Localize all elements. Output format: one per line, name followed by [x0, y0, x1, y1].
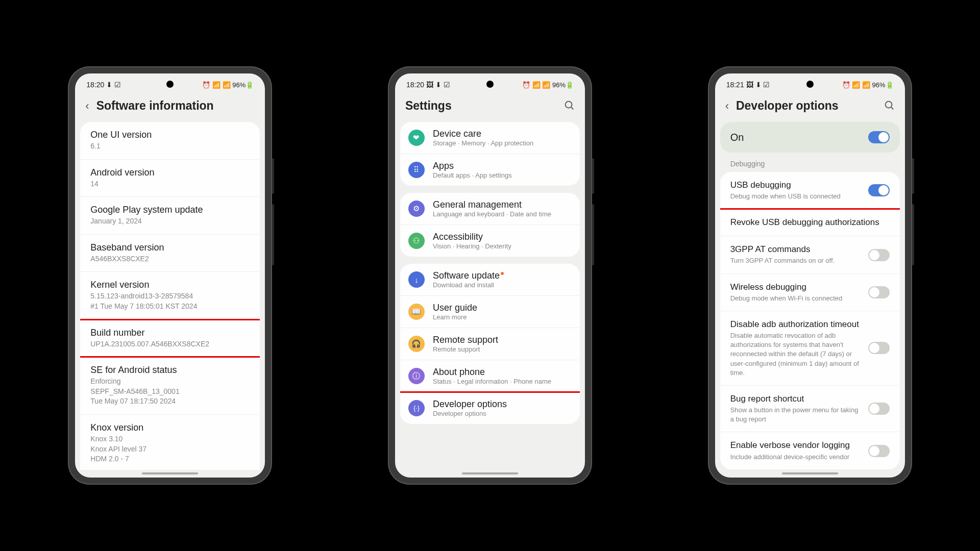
wireless-debugging-toggle[interactable]: [868, 286, 890, 298]
nav-handle[interactable]: [462, 472, 518, 474]
verbose-logging-toggle[interactable]: [868, 445, 890, 457]
nav-handle[interactable]: [142, 472, 198, 474]
phone-settings: 18:20 🖼 ⬇ ☑ ⏰ 📶 📶 96%🔋 Settings ❤ Device…: [388, 66, 592, 485]
software-update[interactable]: ↓ Software updateDownload and install: [400, 264, 580, 296]
3gpp-at-commands[interactable]: 3GPP AT commandsTurn 3GPP AT commands on…: [720, 236, 900, 273]
search-icon[interactable]: [564, 99, 575, 113]
remote-support-icon: 🎧: [408, 336, 425, 352]
camera-hole: [806, 81, 814, 88]
status-left-icons: 🖼 ⬇ ☑: [746, 81, 770, 89]
android-version[interactable]: Android version 14: [80, 160, 260, 197]
update-badge: [501, 272, 504, 275]
build-number[interactable]: Build number UP1A.231005.007.A546BXXS8CX…: [80, 320, 260, 358]
user-guide[interactable]: 📖 User guideLearn more: [400, 296, 580, 328]
svg-point-1: [885, 101, 892, 108]
status-left-icons: ⬇ ☑: [106, 81, 121, 89]
highlight-box: [80, 319, 260, 358]
settings-group-3: ↓ Software updateDownload and install 📖 …: [400, 264, 580, 424]
status-time: 18:20: [86, 81, 104, 89]
apps-icon: ⠿: [408, 162, 425, 178]
adb-timeout-toggle[interactable]: [868, 342, 890, 354]
about-phone-icon: ⓘ: [408, 368, 425, 384]
debugging-card: USB debuggingDebug mode when USB is conn…: [720, 172, 900, 469]
general-management[interactable]: ⚙ General managementLanguage and keyboar…: [400, 193, 580, 225]
header: Settings: [395, 92, 585, 122]
remote-support[interactable]: 🎧 Remote supportRemote support: [400, 328, 580, 360]
about-phone[interactable]: ⓘ About phoneStatus · Legal information …: [400, 360, 580, 392]
page-title: Settings: [405, 99, 556, 113]
status-time: 18:21: [726, 81, 744, 89]
page-title: Software information: [96, 99, 255, 113]
header: ‹ Software information: [75, 92, 265, 122]
se-android-status[interactable]: SE for Android status Enforcing SEPF_SM-…: [80, 357, 260, 415]
revoke-usb-auth[interactable]: Revoke USB debugging authorizations: [720, 209, 900, 236]
kernel-version[interactable]: Kernel version 5.15.123-android13-3-2857…: [80, 272, 260, 319]
usb-debugging-toggle[interactable]: [868, 184, 890, 196]
svg-point-0: [566, 101, 572, 108]
info-card: One UI version 6.1 Android version 14 Go…: [80, 122, 260, 470]
baseband-version[interactable]: Baseband version A546BXXS8CXE2: [80, 235, 260, 272]
section-debugging: Debugging: [720, 160, 900, 172]
3gpp-toggle[interactable]: [868, 249, 890, 261]
bug-report-shortcut[interactable]: Bug report shortcutShow a button in the …: [720, 386, 900, 432]
page-title: Developer options: [736, 99, 876, 113]
settings-group-2: ⚙ General managementLanguage and keyboar…: [400, 193, 580, 257]
software-update-icon: ↓: [408, 271, 425, 288]
developer-icon: {·}: [408, 400, 425, 416]
settings-group-1: ❤ Device careStorage · Memory · App prot…: [400, 122, 580, 186]
status-right-icons: ⏰ 📶 📶 96%🔋: [202, 81, 254, 89]
phone-developer-options: 18:21 🖼 ⬇ ☑ ⏰ 📶 📶 96%🔋 ‹ Developer optio…: [708, 66, 912, 485]
google-play-update[interactable]: Google Play system update January 1, 202…: [80, 197, 260, 235]
knox-version[interactable]: Knox version Knox 3.10 Knox API level 37…: [80, 415, 260, 470]
status-time: 18:20: [406, 81, 424, 89]
nav-handle[interactable]: [782, 472, 838, 474]
developer-options[interactable]: {·} Developer optionsDeveloper options: [400, 392, 580, 424]
status-right-icons: ⏰ 📶 📶 96%🔋: [522, 81, 574, 89]
disable-adb-timeout[interactable]: Disable adb authorization timeoutDisable…: [720, 311, 900, 386]
on-label: On: [730, 132, 744, 143]
usb-debugging[interactable]: USB debuggingDebug mode when USB is conn…: [720, 172, 900, 209]
apps[interactable]: ⠿ AppsDefault apps · App settings: [400, 154, 580, 186]
accessibility-icon: ⚇: [408, 233, 425, 249]
user-guide-icon: 📖: [408, 304, 425, 320]
wireless-debugging[interactable]: Wireless debuggingDebug mode when Wi-Fi …: [720, 274, 900, 311]
header: ‹ Developer options: [715, 92, 905, 122]
camera-hole: [486, 81, 494, 88]
bug-report-toggle[interactable]: [868, 403, 890, 415]
device-care[interactable]: ❤ Device careStorage · Memory · App prot…: [400, 122, 580, 154]
master-toggle-row[interactable]: On: [720, 122, 900, 153]
phone-software-info: 18:20 ⬇ ☑ ⏰ 📶 📶 96%🔋 ‹ Software informat…: [68, 66, 272, 485]
status-left-icons: 🖼 ⬇ ☑: [426, 81, 450, 89]
general-icon: ⚙: [408, 201, 425, 217]
accessibility[interactable]: ⚇ AccessibilityVision · Hearing · Dexter…: [400, 225, 580, 257]
device-care-icon: ❤: [408, 130, 425, 146]
verbose-vendor-logging[interactable]: Enable verbose vendor loggingInclude add…: [720, 432, 900, 469]
status-right-icons: ⏰ 📶 📶 96%🔋: [842, 81, 894, 89]
one-ui-version[interactable]: One UI version 6.1: [80, 122, 260, 160]
master-toggle[interactable]: [868, 131, 890, 143]
camera-hole: [166, 81, 174, 88]
search-icon[interactable]: [884, 99, 895, 113]
back-button[interactable]: ‹: [725, 99, 729, 113]
back-button[interactable]: ‹: [85, 99, 89, 113]
